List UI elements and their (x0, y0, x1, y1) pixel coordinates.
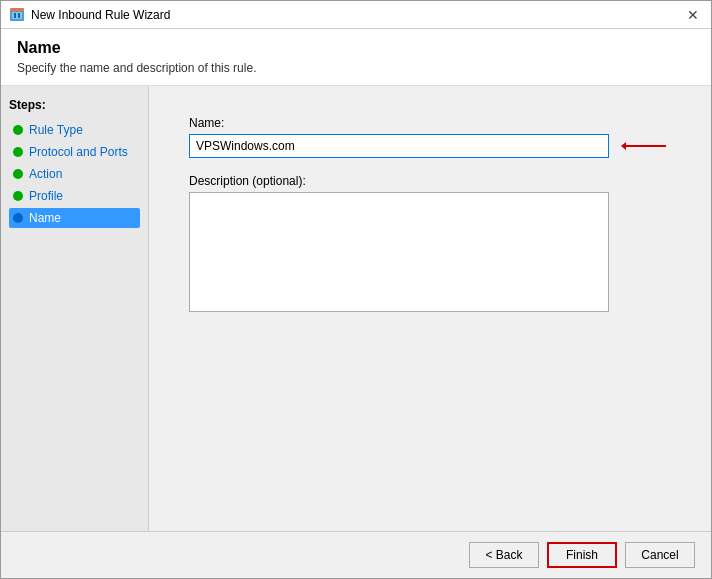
step-label-protocol-ports: Protocol and Ports (29, 145, 128, 159)
step-action[interactable]: Action (9, 164, 140, 184)
step-rule-type[interactable]: Rule Type (9, 120, 140, 140)
svg-rect-2 (10, 8, 24, 11)
step-dot-profile (13, 191, 23, 201)
title-bar-left: New Inbound Rule Wizard (9, 7, 170, 23)
svg-rect-1 (12, 12, 22, 19)
dialog-body: Steps: Rule Type Protocol and Ports Acti… (1, 86, 711, 531)
close-button[interactable]: ✕ (683, 5, 703, 25)
dialog-description: Specify the name and description of this… (17, 61, 695, 75)
steps-title: Steps: (9, 98, 140, 112)
description-field-label: Description (optional): (189, 174, 671, 188)
step-dot-rule-type (13, 125, 23, 135)
back-button[interactable]: < Back (469, 542, 539, 568)
svg-marker-6 (621, 142, 626, 150)
arrow-indicator (621, 138, 671, 154)
dialog-title: Name (17, 39, 695, 57)
form-section: Name: Description (optional): (189, 116, 671, 511)
step-dot-name (13, 213, 23, 223)
cancel-button[interactable]: Cancel (625, 542, 695, 568)
step-label-name: Name (29, 211, 61, 225)
footer: < Back Finish Cancel (1, 531, 711, 578)
name-field-label: Name: (189, 116, 671, 130)
dialog-header: Name Specify the name and description of… (1, 29, 711, 86)
svg-rect-4 (18, 13, 20, 18)
step-profile[interactable]: Profile (9, 186, 140, 206)
firewall-icon (9, 7, 25, 23)
finish-button[interactable]: Finish (547, 542, 617, 568)
step-dot-action (13, 169, 23, 179)
title-bar: New Inbound Rule Wizard ✕ (1, 1, 711, 29)
description-input[interactable] (189, 192, 609, 312)
dialog-window: New Inbound Rule Wizard ✕ Name Specify t… (0, 0, 712, 579)
svg-rect-3 (14, 13, 16, 18)
main-panel: Name: Description (optional): (149, 86, 711, 531)
steps-panel: Steps: Rule Type Protocol and Ports Acti… (1, 86, 149, 531)
step-dot-protocol-ports (13, 147, 23, 157)
step-label-action: Action (29, 167, 62, 181)
step-name[interactable]: Name (9, 208, 140, 228)
step-protocol-ports[interactable]: Protocol and Ports (9, 142, 140, 162)
name-input[interactable] (189, 134, 609, 158)
step-label-rule-type: Rule Type (29, 123, 83, 137)
title-text: New Inbound Rule Wizard (31, 8, 170, 22)
step-label-profile: Profile (29, 189, 63, 203)
name-input-wrapper (189, 134, 671, 158)
